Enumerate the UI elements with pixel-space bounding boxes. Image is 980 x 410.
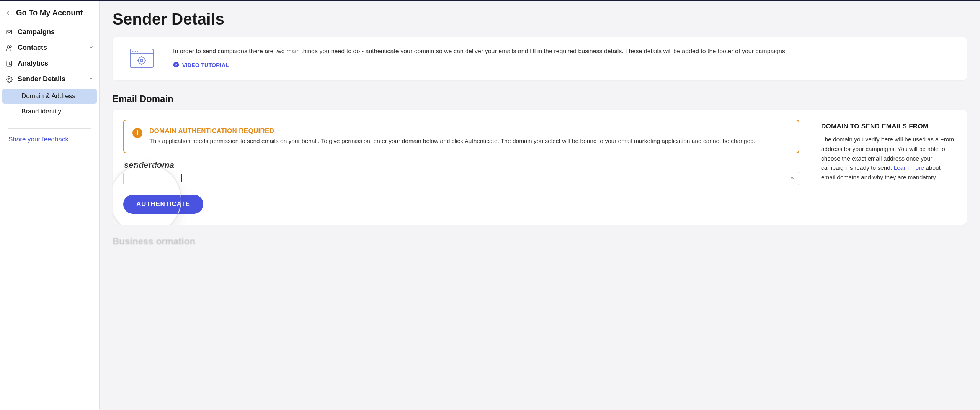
- nav-label: Contacts: [18, 44, 47, 52]
- share-feedback-link[interactable]: Share your feedback: [0, 134, 99, 145]
- people-icon: [5, 44, 13, 52]
- settings-window-icon: [126, 47, 158, 71]
- subnav-domain-address[interactable]: Domain & Address: [2, 89, 97, 104]
- sender-details-submenu: Domain & Address Brand identity: [0, 87, 99, 121]
- subnav-label: Domain & Address: [21, 92, 75, 100]
- intro-body: In order to send campaigns there are two…: [173, 47, 787, 69]
- domain-input[interactable]: [123, 172, 799, 185]
- back-to-account-link[interactable]: Go To My Account: [0, 6, 99, 24]
- domain-field-label: senderdoma: [123, 160, 799, 170]
- main-content: Sender Details In order to send campaign…: [100, 1, 980, 410]
- email-domain-heading: Email Domain: [113, 93, 967, 104]
- email-domain-left: ! DOMAIN AUTHENTICATION REQUIRED This ap…: [113, 110, 810, 225]
- video-link-label: VIDEO TUTORIAL: [182, 62, 229, 68]
- authenticate-button[interactable]: AUTHENTICATE: [123, 195, 203, 214]
- nav-item-contacts[interactable]: Contacts: [0, 40, 99, 56]
- warning-body: This application needs permission to sen…: [149, 136, 755, 146]
- video-tutorial-link[interactable]: VIDEO TUTORIAL: [173, 62, 229, 69]
- subnav-brand-identity[interactable]: Brand identity: [2, 104, 97, 119]
- nav-label: Analytics: [18, 59, 48, 67]
- svg-point-3: [10, 46, 12, 48]
- sidebar-divider: [8, 128, 91, 129]
- svg-point-11: [132, 51, 134, 52]
- email-domain-right: DOMAIN TO SEND EMAILS FROM The domain yo…: [810, 110, 967, 225]
- text-caret: [181, 174, 182, 182]
- chart-icon: [5, 60, 13, 67]
- nav-item-campaigns[interactable]: Campaigns: [0, 24, 99, 40]
- exclamation-icon: !: [132, 128, 142, 138]
- intro-card: In order to send campaigns there are two…: [113, 37, 967, 80]
- chevron-up-icon[interactable]: [789, 175, 795, 182]
- subnav-label: Brand identity: [21, 108, 61, 115]
- intro-text: In order to send campaigns there are two…: [173, 47, 787, 56]
- business-information-heading: Business ormation: [113, 236, 967, 247]
- svg-point-12: [135, 51, 136, 52]
- learn-more-link[interactable]: Learn more: [894, 164, 924, 171]
- domain-right-title: DOMAIN TO SEND EMAILS FROM: [821, 123, 956, 130]
- nav-label: Sender Details: [18, 75, 65, 83]
- page-title: Sender Details: [113, 10, 967, 28]
- email-domain-card: ! DOMAIN AUTHENTICATION REQUIRED This ap…: [113, 110, 967, 225]
- svg-point-13: [137, 51, 138, 52]
- svg-point-2: [7, 46, 10, 48]
- arrow-left-icon: [5, 9, 13, 17]
- feedback-label: Share your feedback: [8, 136, 69, 143]
- domain-right-body: The domain you verify here will be used …: [821, 135, 956, 182]
- nav-item-analytics[interactable]: Analytics: [0, 56, 99, 71]
- domain-input-wrap: [123, 172, 799, 185]
- svg-point-8: [8, 78, 10, 80]
- domain-auth-warning: ! DOMAIN AUTHENTICATION REQUIRED This ap…: [123, 120, 799, 153]
- gear-icon: [5, 75, 13, 83]
- chevron-up-icon: [88, 75, 94, 83]
- warning-title: DOMAIN AUTHENTICATION REQUIRED: [149, 127, 755, 135]
- chevron-down-icon: [88, 44, 94, 52]
- mail-icon: [5, 28, 13, 36]
- back-label: Go To My Account: [16, 8, 83, 17]
- sidebar: Go To My Account Campaigns Contacts Anal…: [0, 1, 100, 410]
- authenticate-label: AUTHENTICATE: [136, 200, 190, 208]
- nav-label: Campaigns: [18, 28, 55, 36]
- play-icon: [173, 62, 179, 69]
- warning-content: DOMAIN AUTHENTICATION REQUIRED This appl…: [149, 127, 755, 146]
- nav-item-sender-details[interactable]: Sender Details: [0, 71, 99, 87]
